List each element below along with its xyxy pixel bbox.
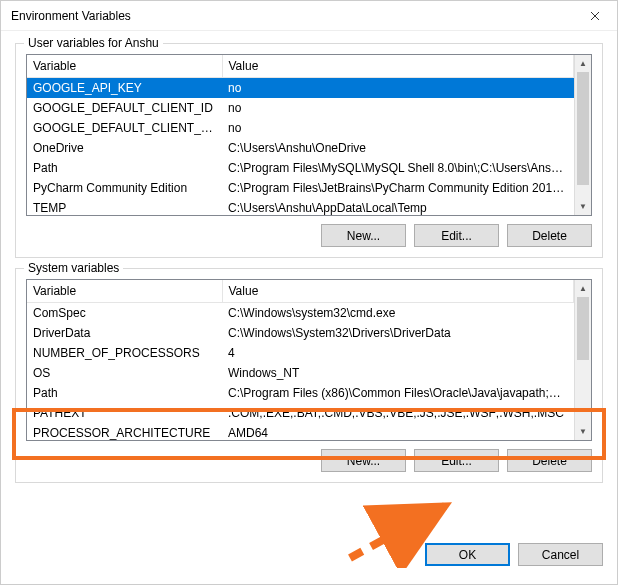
env-vars-dialog: Environment Variables User variables for… bbox=[0, 0, 618, 585]
user-new-button[interactable]: New... bbox=[321, 224, 406, 247]
table-row[interactable]: PyCharm Community EditionC:\Program File… bbox=[27, 178, 574, 198]
user-edit-button[interactable]: Edit... bbox=[414, 224, 499, 247]
cell-value: AMD64 bbox=[222, 423, 574, 440]
cell-variable: Path bbox=[27, 158, 222, 178]
table-header: Variable Value bbox=[27, 280, 574, 303]
cell-value: C:\Windows\System32\Drivers\DriverData bbox=[222, 323, 574, 343]
cell-variable: DriverData bbox=[27, 323, 222, 343]
cell-value: C:\Users\Anshu\OneDrive bbox=[222, 138, 574, 158]
cell-variable: PROCESSOR_ARCHITECTURE bbox=[27, 423, 222, 440]
table-row[interactable]: DriverDataC:\Windows\System32\Drivers\Dr… bbox=[27, 323, 574, 343]
table-row[interactable]: GOOGLE_API_KEYno bbox=[27, 78, 574, 99]
col-value[interactable]: Value bbox=[222, 55, 574, 78]
system-variables-group: System variables Variable Value ComSpecC… bbox=[15, 268, 603, 483]
dialog-content: User variables for Anshu Variable Value … bbox=[1, 31, 617, 537]
table-row[interactable]: OSWindows_NT bbox=[27, 363, 574, 383]
cell-variable: GOOGLE_DEFAULT_CLIENT_S... bbox=[27, 118, 222, 138]
cell-value: C:\Program Files\MySQL\MySQL Shell 8.0\b… bbox=[222, 158, 574, 178]
cancel-button[interactable]: Cancel bbox=[518, 543, 603, 566]
table-row[interactable]: PROCESSOR_ARCHITECTUREAMD64 bbox=[27, 423, 574, 440]
cell-value: no bbox=[222, 118, 574, 138]
cell-value: 4 bbox=[222, 343, 574, 363]
scrollbar[interactable]: ▲ ▼ bbox=[574, 280, 591, 440]
cell-variable: OneDrive bbox=[27, 138, 222, 158]
col-value[interactable]: Value bbox=[222, 280, 574, 303]
table-row[interactable]: GOOGLE_DEFAULT_CLIENT_IDno bbox=[27, 98, 574, 118]
dialog-buttons: OK Cancel bbox=[1, 537, 617, 584]
col-variable[interactable]: Variable bbox=[27, 280, 222, 303]
system-group-title: System variables bbox=[24, 261, 123, 275]
table-row[interactable]: ComSpecC:\Windows\system32\cmd.exe bbox=[27, 303, 574, 324]
scroll-thumb[interactable] bbox=[577, 72, 589, 185]
system-variables-table[interactable]: Variable Value ComSpecC:\Windows\system3… bbox=[26, 279, 592, 441]
table-row[interactable]: OneDriveC:\Users\Anshu\OneDrive bbox=[27, 138, 574, 158]
cell-variable: TEMP bbox=[27, 198, 222, 215]
system-buttons: New... Edit... Delete bbox=[26, 449, 592, 472]
user-delete-button[interactable]: Delete bbox=[507, 224, 592, 247]
titlebar: Environment Variables bbox=[1, 1, 617, 31]
scroll-up-icon[interactable]: ▲ bbox=[575, 55, 591, 72]
system-new-button[interactable]: New... bbox=[321, 449, 406, 472]
cell-variable: Path bbox=[27, 383, 222, 403]
cell-value: .COM;.EXE;.BAT;.CMD;.VBS;.VBE;.JS;.JSE;.… bbox=[222, 403, 574, 423]
cell-value: no bbox=[222, 78, 574, 99]
cell-variable: PyCharm Community Edition bbox=[27, 178, 222, 198]
cell-variable: PATHEXT bbox=[27, 403, 222, 423]
scrollbar[interactable]: ▲ ▼ bbox=[574, 55, 591, 215]
cell-variable: ComSpec bbox=[27, 303, 222, 324]
cell-value: C:\Program Files (x86)\Common Files\Orac… bbox=[222, 383, 574, 403]
cell-value: C:\Program Files\JetBrains\PyCharm Commu… bbox=[222, 178, 574, 198]
ok-button[interactable]: OK bbox=[425, 543, 510, 566]
close-button[interactable] bbox=[572, 1, 617, 31]
scroll-track[interactable] bbox=[575, 72, 591, 198]
scroll-track[interactable] bbox=[575, 297, 591, 423]
table-row[interactable]: PathC:\Program Files (x86)\Common Files\… bbox=[27, 383, 574, 403]
user-buttons: New... Edit... Delete bbox=[26, 224, 592, 247]
table-row[interactable]: PathC:\Program Files\MySQL\MySQL Shell 8… bbox=[27, 158, 574, 178]
user-variables-table[interactable]: Variable Value GOOGLE_API_KEYnoGOOGLE_DE… bbox=[26, 54, 592, 216]
col-variable[interactable]: Variable bbox=[27, 55, 222, 78]
table-row[interactable]: TEMPC:\Users\Anshu\AppData\Local\Temp bbox=[27, 198, 574, 215]
scroll-down-icon[interactable]: ▼ bbox=[575, 423, 591, 440]
user-variables-group: User variables for Anshu Variable Value … bbox=[15, 43, 603, 258]
window-title: Environment Variables bbox=[11, 9, 131, 23]
cell-variable: OS bbox=[27, 363, 222, 383]
close-icon bbox=[590, 11, 600, 21]
table-row[interactable]: GOOGLE_DEFAULT_CLIENT_S...no bbox=[27, 118, 574, 138]
user-group-title: User variables for Anshu bbox=[24, 36, 163, 50]
table-header: Variable Value bbox=[27, 55, 574, 78]
system-edit-button[interactable]: Edit... bbox=[414, 449, 499, 472]
cell-variable: GOOGLE_API_KEY bbox=[27, 78, 222, 99]
cell-variable: GOOGLE_DEFAULT_CLIENT_ID bbox=[27, 98, 222, 118]
cell-value: C:\Users\Anshu\AppData\Local\Temp bbox=[222, 198, 574, 215]
table-row[interactable]: NUMBER_OF_PROCESSORS4 bbox=[27, 343, 574, 363]
scroll-up-icon[interactable]: ▲ bbox=[575, 280, 591, 297]
cell-variable: NUMBER_OF_PROCESSORS bbox=[27, 343, 222, 363]
cell-value: Windows_NT bbox=[222, 363, 574, 383]
scroll-thumb[interactable] bbox=[577, 297, 589, 360]
cell-value: no bbox=[222, 98, 574, 118]
scroll-down-icon[interactable]: ▼ bbox=[575, 198, 591, 215]
table-row[interactable]: PATHEXT.COM;.EXE;.BAT;.CMD;.VBS;.VBE;.JS… bbox=[27, 403, 574, 423]
cell-value: C:\Windows\system32\cmd.exe bbox=[222, 303, 574, 324]
system-delete-button[interactable]: Delete bbox=[507, 449, 592, 472]
